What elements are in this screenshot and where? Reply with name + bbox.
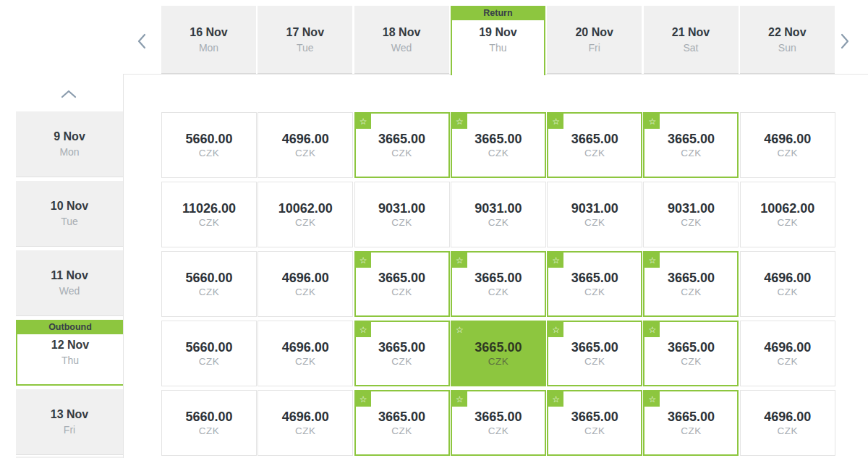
star-icon: ☆ bbox=[644, 253, 660, 268]
fare-cell-selected[interactable]: ☆3665.00CZK bbox=[451, 321, 546, 386]
fare-price: 3665.00 bbox=[668, 270, 715, 286]
row-date: 13 Nov bbox=[51, 407, 88, 423]
fare-cell[interactable]: 4696.00CZK bbox=[258, 251, 353, 317]
fare-price: 9031.00 bbox=[475, 200, 522, 216]
earlier-dates-button[interactable] bbox=[59, 87, 79, 101]
fare-cell[interactable]: 4696.00CZK bbox=[740, 321, 835, 386]
currency-label: CZK bbox=[681, 147, 702, 160]
tab-17-nov[interactable]: 17 NovTue bbox=[258, 6, 352, 74]
fare-cell[interactable]: 5660.00CZK bbox=[161, 251, 257, 317]
currency-label: CZK bbox=[584, 147, 605, 160]
fare-cell[interactable]: ☆3665.00CZK bbox=[354, 112, 450, 178]
row-day: Tue bbox=[61, 214, 78, 229]
fare-price: 3665.00 bbox=[668, 409, 715, 425]
fare-cell[interactable]: 4696.00CZK bbox=[258, 112, 353, 178]
fare-cell[interactable]: 5660.00CZK bbox=[161, 321, 257, 386]
fare-price: 3665.00 bbox=[378, 270, 425, 286]
tab-20-nov[interactable]: 20 NovFri bbox=[547, 6, 642, 74]
fare-cell[interactable]: 4696.00CZK bbox=[740, 390, 835, 456]
currency-label: CZK bbox=[778, 425, 799, 438]
sidebar-row-10-nov[interactable]: 10 NovTue bbox=[16, 181, 123, 247]
fare-cell[interactable]: 5660.00CZK bbox=[161, 390, 257, 456]
fare-cell[interactable]: 9031.00CZK bbox=[354, 182, 450, 247]
tab-day: Sun bbox=[778, 41, 796, 55]
currency-label: CZK bbox=[295, 147, 316, 160]
tab-19-nov[interactable]: Return19 NovThu bbox=[451, 6, 545, 75]
fare-cell[interactable]: 9031.00CZK bbox=[547, 182, 642, 247]
sidebar-row-11-nov[interactable]: 11 NovWed bbox=[16, 250, 123, 316]
currency-label: CZK bbox=[391, 425, 412, 438]
tab-18-nov[interactable]: 18 NovWed bbox=[354, 6, 449, 74]
row-day: Thu bbox=[61, 353, 79, 368]
star-icon: ☆ bbox=[452, 391, 467, 407]
chevron-right-icon bbox=[838, 31, 852, 51]
tab-22-nov[interactable]: 22 NovSun bbox=[740, 6, 835, 74]
fare-cell[interactable]: 9031.00CZK bbox=[643, 182, 739, 247]
fare-cell[interactable]: ☆3665.00CZK bbox=[547, 112, 642, 178]
currency-label: CZK bbox=[199, 216, 220, 229]
currency-label: CZK bbox=[488, 355, 509, 368]
fare-cell[interactable]: 5660.00CZK bbox=[161, 112, 257, 178]
tab-day: Wed bbox=[391, 41, 412, 55]
currency-label: CZK bbox=[681, 425, 702, 438]
currency-label: CZK bbox=[681, 286, 702, 299]
fare-cell[interactable]: ☆3665.00CZK bbox=[643, 251, 739, 317]
star-icon: ☆ bbox=[452, 322, 467, 337]
star-icon: ☆ bbox=[644, 114, 660, 129]
currency-label: CZK bbox=[778, 147, 799, 160]
fare-cell[interactable]: 10062.00CZK bbox=[258, 182, 353, 247]
currency-label: CZK bbox=[199, 147, 220, 160]
tab-21-nov[interactable]: 21 NovSat bbox=[644, 6, 739, 74]
tab-day: Sat bbox=[683, 41, 698, 55]
fare-cell[interactable]: ☆3665.00CZK bbox=[547, 251, 642, 317]
sidebar-row-9-nov[interactable]: 9 NovMon bbox=[16, 111, 123, 177]
fare-price: 3665.00 bbox=[571, 409, 618, 425]
fare-cell[interactable]: ☆3665.00CZK bbox=[354, 321, 450, 386]
fare-cell[interactable]: 4696.00CZK bbox=[740, 112, 835, 178]
tab-16-nov[interactable]: 16 NovMon bbox=[161, 6, 256, 74]
fare-cell[interactable]: 4696.00CZK bbox=[740, 251, 835, 317]
currency-label: CZK bbox=[778, 216, 799, 229]
sidebar-row-12-nov[interactable]: Outbound12 NovThu bbox=[16, 320, 123, 386]
star-icon: ☆ bbox=[356, 253, 371, 268]
sidebar-row-13-nov[interactable]: 13 NovFri bbox=[16, 389, 123, 455]
fare-price: 9031.00 bbox=[571, 200, 618, 216]
tab-date: 20 Nov bbox=[575, 25, 613, 41]
fare-cell[interactable]: ☆3665.00CZK bbox=[354, 251, 450, 317]
currency-label: CZK bbox=[681, 216, 702, 229]
currency-label: CZK bbox=[295, 216, 316, 229]
fare-price: 4696.00 bbox=[282, 270, 329, 286]
fare-price: 5660.00 bbox=[185, 131, 232, 147]
currency-label: CZK bbox=[488, 216, 509, 229]
fare-cell[interactable]: ☆3665.00CZK bbox=[451, 112, 546, 178]
fare-cell[interactable]: 4696.00CZK bbox=[258, 390, 353, 456]
fare-cell[interactable]: ☆3665.00CZK bbox=[547, 390, 642, 456]
fare-cell[interactable]: ☆3665.00CZK bbox=[451, 251, 546, 317]
row-day: Fri bbox=[64, 423, 75, 437]
fare-price: 3665.00 bbox=[571, 270, 618, 286]
fare-cell[interactable]: ☆3665.00CZK bbox=[451, 390, 546, 456]
star-icon: ☆ bbox=[644, 322, 660, 337]
fare-price: 3665.00 bbox=[378, 339, 425, 355]
fare-cell[interactable]: ☆3665.00CZK bbox=[643, 390, 739, 456]
fare-cell[interactable]: ☆3665.00CZK bbox=[643, 112, 739, 178]
previous-dates-button[interactable] bbox=[135, 31, 149, 51]
fare-price: 3665.00 bbox=[475, 270, 522, 286]
outbound-badge: Outbound bbox=[17, 320, 123, 334]
currency-label: CZK bbox=[778, 286, 799, 299]
fare-price: 3665.00 bbox=[378, 131, 425, 147]
fare-cell[interactable]: 11026.00CZK bbox=[161, 182, 257, 247]
currency-label: CZK bbox=[584, 216, 605, 229]
fare-cell[interactable]: ☆3665.00CZK bbox=[547, 321, 642, 386]
fare-cell[interactable]: ☆3665.00CZK bbox=[354, 390, 450, 456]
star-icon: ☆ bbox=[356, 114, 371, 129]
fare-price: 3665.00 bbox=[571, 339, 618, 355]
fare-cell[interactable]: ☆3665.00CZK bbox=[643, 321, 739, 386]
fare-cell[interactable]: 10062.00CZK bbox=[740, 182, 835, 247]
fare-cell[interactable]: 9031.00CZK bbox=[451, 182, 546, 247]
next-dates-button[interactable] bbox=[838, 31, 852, 51]
fare-price: 10062.00 bbox=[278, 200, 333, 216]
currency-label: CZK bbox=[488, 425, 509, 438]
fare-price: 3665.00 bbox=[668, 131, 715, 147]
fare-cell[interactable]: 4696.00CZK bbox=[258, 321, 353, 386]
